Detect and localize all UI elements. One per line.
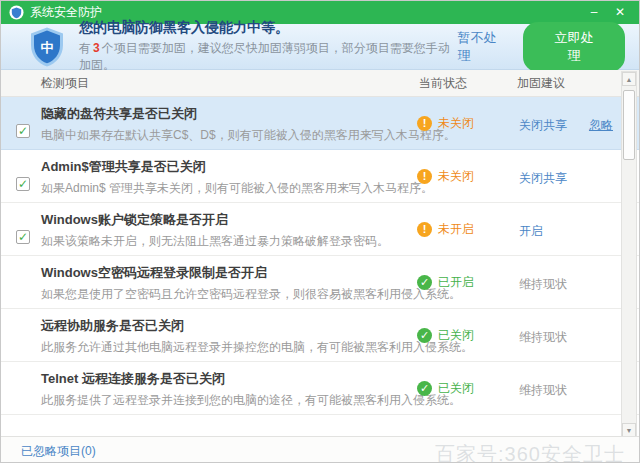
checkmark-icon: ✓ — [17, 231, 29, 243]
ignore-for-now-button[interactable]: 暂不处理 — [457, 29, 503, 65]
row-checkbox[interactable]: ✓ — [16, 177, 30, 191]
checkmark-icon: ✓ — [17, 125, 29, 137]
status-text: 未关闭 — [438, 115, 474, 132]
suggestion-action: 维持现状 — [519, 382, 567, 399]
table-row[interactable]: ✓ Admin$管理共享是否已关闭 如果Admin$ 管理共享未关闭，则有可能被… — [1, 150, 639, 203]
row-description: 此服务允许通过其他电脑远程登录并操控您的电脑，有可能被黑客利用入侵系统。 — [41, 339, 479, 356]
banner-actions: 暂不处理 立即处理 — [457, 22, 625, 72]
security-rating-banner: 中 您的电脑防御黑客入侵能力中等。 有3个项目需要加固，建议您尽快加固薄弱项目，… — [1, 24, 639, 70]
status-icon: ✓ — [417, 275, 432, 290]
status-text: 已关闭 — [438, 380, 474, 397]
status-icon: ! — [417, 222, 432, 237]
ignored-items-link[interactable]: 已忽略项目(0) — [21, 443, 96, 460]
suggestion-action[interactable]: 关闭共享 — [519, 117, 567, 134]
security-protection-window: 系统安全防护 – ✕ 中 您的电脑防御黑客入侵能力中等。 有3个项目需要加固，建… — [0, 0, 640, 463]
column-header-item: 检测项目 — [41, 76, 89, 90]
banner-subline: 有3个项目需要加固，建议您尽快加固薄弱项目，部分项目需要您手动加固。 — [79, 40, 457, 74]
row-status: ! 未关闭 — [417, 115, 474, 132]
ignore-link[interactable]: 忽略 — [589, 117, 613, 134]
row-title: Admin$管理共享是否已关闭 — [41, 158, 479, 176]
shield-icon — [9, 5, 24, 20]
detection-items-list: ✓ 隐藏的盘符共享是否已关闭 电脑中如果存在默认共享C$、D$，则有可能被入侵的… — [1, 97, 639, 437]
status-text: 已开启 — [438, 274, 474, 291]
table-row[interactable]: ✓ Windows账户锁定策略是否开启 如果该策略未开启，则无法阻止黑客通过暴力… — [1, 203, 639, 256]
suggestion-action: 维持现状 — [519, 329, 567, 346]
status-text: 已关闭 — [438, 327, 474, 344]
row-description: 电脑中如果存在默认共享C$、D$，则有可能被入侵的黑客用来写入木马程序。 — [41, 127, 479, 144]
table-header: 检测项目 当前状态 加固建议 — [1, 70, 639, 97]
row-description: 如果该策略未开启，则无法阻止黑客通过暴力策略破解登录密码。 — [41, 233, 479, 250]
row-status: ✓ 已开启 — [417, 274, 474, 291]
table-row[interactable]: ✓ Telnet 远程连接服务是否已关闭 此服务提供了远程登录并连接到您的电脑的… — [1, 362, 639, 415]
row-text: Windows账户锁定策略是否开启 如果该策略未开启，则无法阻止黑客通过暴力策略… — [1, 203, 639, 250]
scroll-down-button[interactable]: ▼ — [622, 423, 636, 437]
row-description: 如果Admin$ 管理共享未关闭，则有可能被入侵的黑客用来写入木马程序。 — [41, 180, 479, 197]
row-description: 此服务提供了远程登录并连接到您的电脑的途径，有可能被黑客利用入侵系统。 — [41, 392, 479, 409]
column-header-suggestion: 加固建议 — [517, 70, 565, 96]
row-title: Telnet 远程连接服务是否已关闭 — [41, 370, 479, 388]
suggestion-action[interactable]: 开启 — [519, 223, 543, 240]
status-icon: ✓ — [417, 381, 432, 396]
suggestion-action[interactable]: 关闭共享 — [519, 170, 567, 187]
table-row[interactable]: ✓ 远程协助服务是否已关闭 此服务允许通过其他电脑远程登录并操控您的电脑，有可能… — [1, 309, 639, 362]
scrollbar[interactable]: ▲ ▼ — [621, 71, 637, 438]
row-title: Windows空密码远程登录限制是否开启 — [41, 264, 479, 282]
row-status: ✓ 已关闭 — [417, 327, 474, 344]
badge-grade-text: 中 — [41, 39, 54, 54]
row-status: ✓ 已关闭 — [417, 380, 474, 397]
row-status: ! 未开启 — [417, 221, 474, 238]
table-row[interactable]: ✓ 隐藏的盘符共享是否已关闭 电脑中如果存在默认共享C$、D$，则有可能被入侵的… — [1, 97, 639, 150]
scroll-up-button[interactable]: ▲ — [622, 72, 636, 86]
shield-rating-badge-icon: 中 — [27, 26, 67, 68]
row-checkbox[interactable]: ✓ — [16, 230, 30, 244]
status-text: 未开启 — [438, 221, 474, 238]
status-text: 未关闭 — [438, 168, 474, 185]
footer-bar: 已忽略项目(0) 百家号:360安全卫士 — [1, 436, 639, 462]
checkmark-icon: ✓ — [17, 178, 29, 190]
status-icon: ! — [417, 169, 432, 184]
subline-suffix: 个项目需要加固，建议您尽快加固薄弱项目，部分项目需要您手动加固。 — [79, 41, 450, 72]
row-description: 如果您是使用了空密码且允许空密码远程登录，则很容易被黑客利用侵入系统。 — [41, 286, 479, 303]
table-row[interactable]: ✓ Windows空密码远程登录限制是否开启 如果您是使用了空密码且允许空密码远… — [1, 256, 639, 309]
row-status: ! 未关闭 — [417, 168, 474, 185]
scrollbar-thumb[interactable] — [623, 90, 635, 160]
status-icon: ! — [417, 116, 432, 131]
row-title: 隐藏的盘符共享是否已关闭 — [41, 105, 479, 123]
watermark-text: 百家号:360安全卫士 — [435, 441, 625, 463]
suggestion-action: 维持现状 — [519, 276, 567, 293]
column-header-status: 当前状态 — [419, 70, 467, 96]
banner-text: 您的电脑防御黑客入侵能力中等。 有3个项目需要加固，建议您尽快加固薄弱项目，部分… — [79, 19, 457, 74]
row-checkbox[interactable]: ✓ — [16, 124, 30, 138]
fix-now-button[interactable]: 立即处理 — [523, 22, 625, 72]
status-icon: ✓ — [417, 328, 432, 343]
row-title: 远程协助服务是否已关闭 — [41, 317, 479, 335]
banner-headline: 您的电脑防御黑客入侵能力中等。 — [79, 19, 457, 37]
row-title: Windows账户锁定策略是否开启 — [41, 211, 479, 229]
items-count: 3 — [93, 41, 100, 55]
subline-prefix: 有 — [79, 41, 91, 55]
